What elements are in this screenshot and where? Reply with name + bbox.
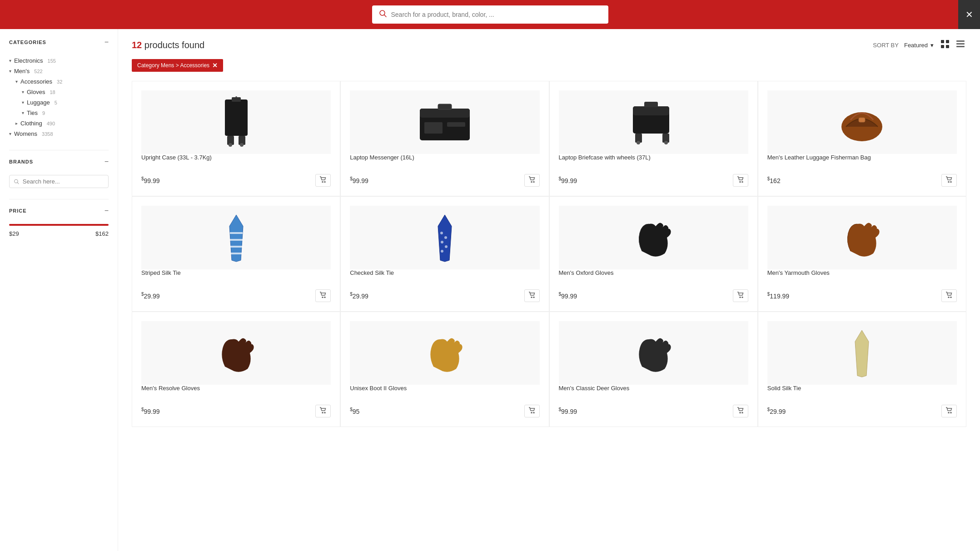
cat-item-electronics[interactable]: ▾ Electronics 155 bbox=[9, 55, 109, 66]
product-card-p7[interactable]: Men's Oxford Gloves $99.99 bbox=[549, 196, 758, 312]
svg-point-57 bbox=[322, 412, 323, 413]
price-labels: $29 $162 bbox=[9, 230, 109, 237]
svg-point-63 bbox=[948, 412, 949, 413]
cat-item-accessories[interactable]: ▾ Accessories 32 bbox=[9, 76, 109, 87]
cart-button-p10[interactable] bbox=[524, 405, 540, 417]
categories-toggle[interactable]: − bbox=[104, 38, 109, 46]
brands-toggle[interactable]: − bbox=[104, 158, 109, 166]
cart-button-p2[interactable] bbox=[524, 174, 540, 187]
price-slider-track[interactable] bbox=[9, 224, 109, 226]
product-image-p7 bbox=[559, 206, 748, 269]
svg-rect-37 bbox=[859, 118, 865, 122]
product-card-p4[interactable]: Men's Leather Luggage Fisherman Bag $162 bbox=[758, 81, 966, 196]
svg-point-55 bbox=[948, 297, 949, 298]
cat-label-mens: Men's bbox=[14, 68, 30, 74]
svg-point-60 bbox=[533, 412, 534, 413]
svg-point-50 bbox=[441, 250, 443, 253]
cat-arrow-accessories: ▾ bbox=[15, 79, 18, 84]
product-footer-p7: $99.99 bbox=[559, 289, 748, 302]
product-card-p5[interactable]: Striped Silk Tie $29.99 bbox=[132, 196, 340, 312]
product-price-p11: $99.99 bbox=[559, 407, 577, 415]
price-toggle[interactable]: − bbox=[104, 207, 109, 215]
cat-item-luggage[interactable]: ▾ Luggage 5 bbox=[9, 97, 109, 108]
product-footer-p6: $29.99 bbox=[350, 289, 539, 302]
cart-button-p1[interactable] bbox=[315, 174, 331, 187]
results-count-label: products found bbox=[144, 40, 204, 50]
categories-section: CATEGORIES − ▾ Electronics 155 ▾ Men's 5… bbox=[9, 38, 109, 139]
svg-rect-7 bbox=[946, 45, 949, 48]
product-name-p2: Laptop Messenger (16L) bbox=[350, 154, 539, 170]
svg-point-35 bbox=[742, 182, 743, 183]
cat-count-gloves: 18 bbox=[50, 89, 55, 95]
product-footer-p5: $29.99 bbox=[141, 289, 331, 302]
svg-point-48 bbox=[441, 241, 443, 243]
product-card-p6[interactable]: Checked Silk Tie $29.99 bbox=[340, 196, 549, 312]
product-card-p12[interactable]: Solid Silk Tie $29.99 bbox=[758, 312, 966, 427]
cat-arrow-womens: ▾ bbox=[9, 131, 11, 136]
cat-label-clothing: Clothing bbox=[20, 120, 42, 127]
brands-search-container bbox=[9, 175, 109, 188]
product-image-p10 bbox=[350, 321, 539, 385]
product-price-p3: $99.99 bbox=[559, 176, 577, 184]
product-card-p11[interactable]: Men's Classic Deer Gloves $99.99 bbox=[549, 312, 758, 427]
cat-count-clothing: 490 bbox=[47, 121, 55, 126]
product-card-p8[interactable]: Men's Yarmouth Gloves $119.99 bbox=[758, 196, 966, 312]
svg-point-46 bbox=[440, 232, 443, 234]
cart-button-p6[interactable] bbox=[524, 289, 540, 302]
grid-view-icon[interactable] bbox=[939, 38, 951, 52]
product-price-p1: $99.99 bbox=[141, 176, 160, 184]
svg-point-19 bbox=[324, 182, 325, 183]
cat-label-gloves: Gloves bbox=[27, 89, 45, 95]
cat-arrow-electronics: ▾ bbox=[9, 58, 11, 63]
product-card-p3[interactable]: Laptop Briefcase with wheels (37L) $99.9… bbox=[549, 81, 758, 196]
svg-rect-24 bbox=[447, 122, 465, 127]
cart-button-p9[interactable] bbox=[315, 405, 331, 417]
list-view-icon[interactable] bbox=[955, 38, 966, 52]
product-image-p9 bbox=[141, 321, 331, 385]
product-card-p2[interactable]: Laptop Messenger (16L) $99.99 bbox=[340, 81, 549, 196]
svg-rect-22 bbox=[438, 104, 452, 109]
brands-search-input[interactable] bbox=[23, 178, 104, 185]
cart-button-p12[interactable] bbox=[941, 405, 957, 417]
svg-point-16 bbox=[229, 143, 232, 147]
price-section: PRICE − $29 $162 bbox=[9, 207, 109, 237]
cart-button-p11[interactable] bbox=[733, 405, 748, 417]
cat-count-luggage: 5 bbox=[55, 100, 57, 105]
filter-tag-category[interactable]: Category Mens > Accessories ✕ bbox=[132, 59, 223, 72]
svg-point-54 bbox=[742, 297, 743, 298]
cat-item-mens[interactable]: ▾ Men's 522 bbox=[9, 66, 109, 76]
cat-item-ties[interactable]: ▾ Ties 9 bbox=[9, 108, 109, 118]
search-input[interactable] bbox=[391, 11, 601, 18]
svg-point-17 bbox=[240, 143, 244, 147]
svg-rect-8 bbox=[956, 40, 965, 42]
cat-item-gloves[interactable]: ▾ Gloves 18 bbox=[9, 87, 109, 97]
sort-select[interactable]: Featured ▾ bbox=[904, 42, 934, 49]
cart-button-p5[interactable] bbox=[315, 289, 331, 302]
cart-button-p8[interactable] bbox=[941, 289, 957, 302]
filter-tag-label: Category Mens > Accessories bbox=[137, 62, 209, 69]
product-name-p11: Men's Classic Deer Gloves bbox=[559, 385, 748, 401]
svg-rect-6 bbox=[941, 45, 944, 48]
cart-button-p7[interactable] bbox=[733, 289, 748, 302]
product-footer-p10: $95 bbox=[350, 405, 539, 417]
product-price-p4: $162 bbox=[767, 176, 781, 184]
product-price-p7: $99.99 bbox=[559, 292, 577, 300]
cat-arrow-ties: ▾ bbox=[22, 110, 24, 115]
cart-button-p4[interactable] bbox=[941, 174, 957, 187]
price-header: PRICE − bbox=[9, 207, 109, 218]
product-image-p6 bbox=[350, 206, 539, 269]
price-min: $29 bbox=[9, 230, 19, 237]
close-button[interactable]: ✕ bbox=[958, 0, 980, 29]
filter-tag-close-icon[interactable]: ✕ bbox=[212, 62, 218, 69]
product-card-p10[interactable]: Unisex Boot II Gloves $95 bbox=[340, 312, 549, 427]
svg-rect-29 bbox=[644, 102, 658, 107]
product-price-p6: $29.99 bbox=[350, 292, 368, 300]
cat-item-clothing[interactable]: ▸ Clothing 490 bbox=[9, 118, 109, 129]
cat-item-womens[interactable]: ▾ Womens 3358 bbox=[9, 129, 109, 139]
product-card-p9[interactable]: Men's Resolve Gloves $99.99 bbox=[132, 312, 340, 427]
svg-rect-11 bbox=[225, 99, 248, 136]
product-card-p1[interactable]: Upright Case (33L - 3.7Kg) $99.99 bbox=[132, 81, 340, 196]
cart-button-p3[interactable] bbox=[733, 174, 748, 187]
svg-point-59 bbox=[531, 412, 532, 413]
svg-point-33 bbox=[664, 141, 668, 144]
